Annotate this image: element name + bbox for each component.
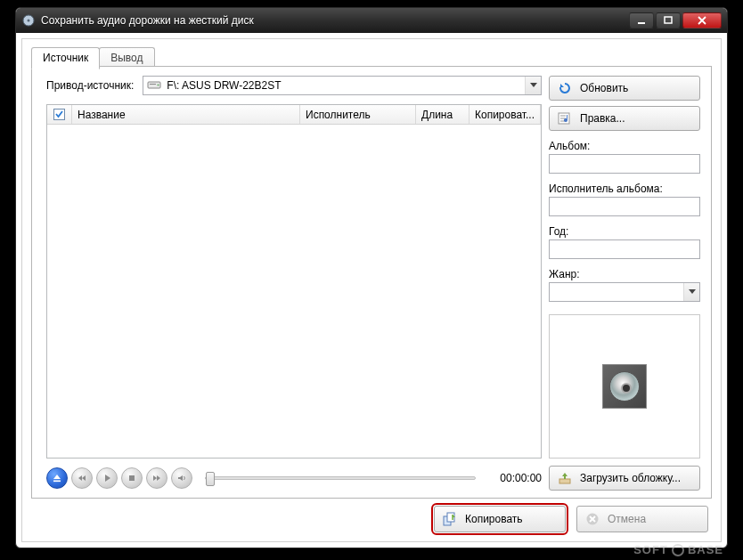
window-controls <box>629 12 722 28</box>
copy-button[interactable]: Копировать <box>434 506 566 532</box>
next-track-button[interactable] <box>146 467 167 489</box>
refresh-icon <box>557 80 573 96</box>
player-controls: 00:00:00 <box>46 466 542 491</box>
track-list[interactable]: Название Исполнитель Длина Копироват... <box>46 104 542 459</box>
note-list-icon <box>557 110 573 126</box>
year-field[interactable] <box>549 239 700 259</box>
album-field[interactable] <box>549 154 700 174</box>
copy-icon <box>442 511 458 527</box>
svg-rect-10 <box>559 479 570 483</box>
close-button[interactable] <box>682 12 722 28</box>
column-check[interactable] <box>47 105 72 124</box>
source-drive-row: Привод-источник: F\: ASUS DRW-22B2ST <box>46 76 542 95</box>
column-name[interactable]: Название <box>72 105 300 124</box>
svg-point-1 <box>28 20 30 22</box>
volume-button[interactable] <box>171 467 192 489</box>
eject-button[interactable] <box>46 467 68 489</box>
column-copy[interactable]: Копироват... <box>469 105 541 124</box>
app-icon <box>21 13 36 28</box>
column-artist[interactable]: Исполнитель <box>300 105 416 124</box>
tab-panel-source: Привод-источник: F\: ASUS DRW-22B2ST <box>31 66 712 499</box>
cancel-icon <box>584 511 600 527</box>
svg-rect-5 <box>150 84 156 85</box>
cd-case-icon <box>602 364 647 409</box>
year-label: Год: <box>549 225 700 238</box>
maximize-button[interactable] <box>656 12 681 28</box>
client-area: Источник Вывод Привод-источник: F\: ASUS… <box>21 38 722 542</box>
source-drive-label: Привод-источник: <box>46 79 134 92</box>
watermark-circle-icon <box>672 544 684 556</box>
load-cover-label: Загрузить обложку... <box>580 472 681 484</box>
load-cover-button[interactable]: Загрузить обложку... <box>549 466 700 491</box>
svg-rect-8 <box>53 481 61 483</box>
svg-rect-9 <box>129 475 135 481</box>
drive-icon <box>147 79 161 93</box>
watermark: SOFT BASE <box>633 543 723 556</box>
genre-label: Жанр: <box>549 268 700 280</box>
cancel-button[interactable]: Отмена <box>576 506 708 532</box>
seek-thumb[interactable] <box>206 472 215 486</box>
track-list-header: Название Исполнитель Длина Копироват... <box>47 105 541 125</box>
column-length[interactable]: Длина <box>416 105 469 124</box>
window-title: Сохранить аудио дорожки на жесткий диск <box>41 14 629 27</box>
seek-slider[interactable] <box>205 476 476 480</box>
minimize-button[interactable] <box>629 12 654 28</box>
cover-art-box[interactable] <box>549 314 700 459</box>
tab-output-label: Вывод <box>110 52 143 64</box>
genre-combo[interactable] <box>549 282 700 302</box>
chevron-down-icon <box>525 77 541 94</box>
album-artist-field[interactable] <box>549 197 700 216</box>
svg-rect-2 <box>638 22 645 24</box>
refresh-button[interactable]: Обновить <box>549 76 700 101</box>
edit-label: Правка... <box>580 112 625 125</box>
album-label: Альбом: <box>549 140 700 152</box>
svg-point-6 <box>158 84 159 85</box>
svg-rect-3 <box>665 17 672 23</box>
stop-button[interactable] <box>121 467 143 489</box>
cancel-label: Отмена <box>608 513 646 525</box>
album-artist-label: Исполнитель альбома: <box>549 183 700 195</box>
tab-source[interactable]: Источник <box>31 47 100 69</box>
load-cover-row: Загрузить обложку... <box>549 466 700 491</box>
tab-source-label: Источник <box>43 52 88 64</box>
titlebar[interactable]: Сохранить аудио дорожки на жесткий диск <box>16 8 727 33</box>
upload-icon <box>557 470 573 486</box>
playback-time: 00:00:00 <box>488 472 542 484</box>
dialog-actions: Копировать Отмена <box>434 506 708 532</box>
select-all-checkbox[interactable] <box>53 109 65 120</box>
source-drive-value: F\: ASUS DRW-22B2ST <box>167 79 281 92</box>
chevron-down-icon <box>683 283 699 301</box>
play-button[interactable] <box>96 467 118 489</box>
side-panel: Обновить Правка... Альбом: Исполни <box>549 76 700 459</box>
source-drive-combo[interactable]: F\: ASUS DRW-22B2ST <box>143 76 542 95</box>
dialog-window: Сохранить аудио дорожки на жесткий диск … <box>15 7 728 548</box>
edit-button[interactable]: Правка... <box>549 106 700 131</box>
copy-label: Копировать <box>465 513 523 525</box>
refresh-label: Обновить <box>580 82 628 94</box>
prev-track-button[interactable] <box>71 467 93 489</box>
